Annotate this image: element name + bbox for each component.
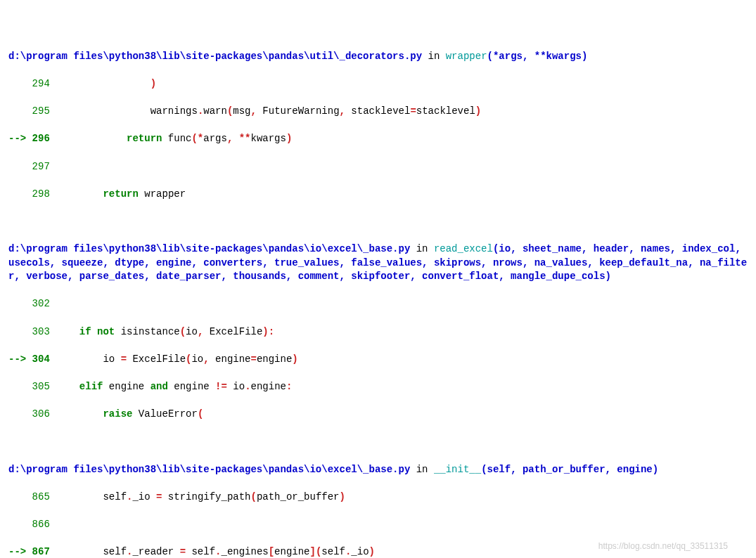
source-line: 294 ) bbox=[8, 77, 748, 91]
source-line: 865 self._io = stringify_path(path_or_bu… bbox=[8, 491, 748, 505]
frame-sig: (self, path_or_buffer, engine) bbox=[481, 464, 658, 475]
traceback-output: { "frames": [ { "path": "d:\\program fil… bbox=[0, 0, 756, 558]
frame-path: d:\program files\python38\lib\site-packa… bbox=[8, 51, 422, 62]
source-line: 302 bbox=[8, 297, 748, 311]
blank bbox=[8, 215, 748, 229]
source-line: 303 if not isinstance(io, ExcelFile): bbox=[8, 325, 748, 339]
frame-func: read_excel bbox=[434, 243, 493, 254]
source-line: 297 bbox=[8, 160, 748, 174]
frame-header-1: d:\program files\python38\lib\site-packa… bbox=[8, 242, 748, 284]
current-line: --> 867 self._reader = self._engines[eng… bbox=[8, 545, 748, 558]
frame-header-0: d:\program files\python38\lib\site-packa… bbox=[8, 50, 748, 64]
blank bbox=[8, 435, 748, 449]
source-line: 866 bbox=[8, 518, 748, 532]
current-line: --> 304 io = ExcelFile(io, engine=engine… bbox=[8, 353, 748, 367]
frame-func: __init__ bbox=[434, 464, 481, 475]
frame-path: d:\program files\python38\lib\site-packa… bbox=[8, 243, 410, 254]
frame-sig: (*args, **kwargs) bbox=[487, 51, 588, 62]
source-line: 295 warnings.warn(msg, FutureWarning, st… bbox=[8, 105, 748, 119]
frame-path: d:\program files\python38\lib\site-packa… bbox=[8, 464, 410, 475]
frame-func: wrapper bbox=[446, 51, 487, 62]
frame-header-2: d:\program files\python38\lib\site-packa… bbox=[8, 463, 748, 477]
current-line: --> 296 return func(*args, **kwargs) bbox=[8, 132, 748, 146]
source-line: 306 raise ValueError( bbox=[8, 408, 748, 422]
source-line: 298 return wrapper bbox=[8, 188, 748, 202]
source-line: 305 elif engine and engine != io.engine: bbox=[8, 380, 748, 394]
